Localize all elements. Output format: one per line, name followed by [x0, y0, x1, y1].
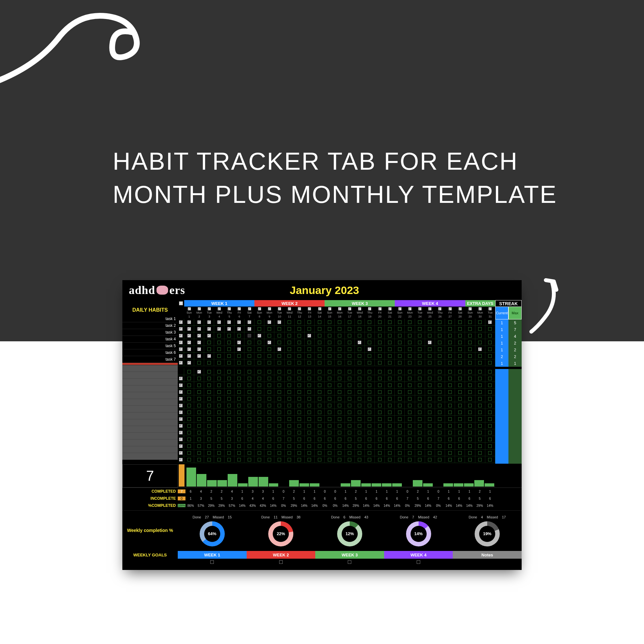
habit-day-cell[interactable]	[425, 382, 435, 389]
habit-day-cell[interactable]	[375, 346, 385, 353]
habit-day-cell[interactable]	[305, 450, 315, 456]
habit-day-cell[interactable]	[224, 346, 234, 353]
habit-day-cell[interactable]	[355, 443, 365, 450]
habit-day-cell[interactable]	[204, 375, 214, 382]
habit-day-cell[interactable]	[355, 409, 365, 416]
habit-day-cell[interactable]	[345, 395, 355, 402]
habit-day-cell[interactable]	[254, 359, 264, 366]
habit-label[interactable]: task 4	[122, 336, 178, 343]
habit-day-cell[interactable]	[184, 395, 194, 402]
habit-day-cell[interactable]	[365, 416, 375, 422]
habit-day-cell[interactable]	[425, 443, 435, 450]
habit-day-cell[interactable]	[465, 332, 475, 339]
habit-day-cell[interactable]	[375, 382, 385, 389]
row-all-checkbox[interactable]	[178, 319, 184, 326]
habit-day-cell[interactable]	[194, 319, 204, 326]
habit-day-cell[interactable]	[385, 326, 395, 332]
habit-day-cell[interactable]	[234, 368, 244, 375]
habit-day-cell[interactable]	[184, 436, 194, 443]
goal-week1-checkbox[interactable]	[178, 559, 247, 565]
habit-day-cell[interactable]	[285, 416, 295, 422]
habit-day-cell[interactable]	[405, 319, 415, 326]
habit-day-cell[interactable]	[305, 436, 315, 443]
row-all-checkbox[interactable]	[178, 436, 184, 443]
habit-day-cell[interactable]	[415, 359, 425, 366]
habit-day-cell[interactable]	[234, 353, 244, 359]
habit-day-cell[interactable]	[445, 339, 455, 346]
habit-day-cell[interactable]	[365, 382, 375, 389]
habit-day-cell[interactable]	[305, 429, 315, 436]
habit-day-cell[interactable]	[455, 339, 465, 346]
habit-day-cell[interactable]	[425, 395, 435, 402]
habit-day-cell[interactable]	[375, 456, 385, 463]
habit-day-cell[interactable]	[254, 353, 264, 359]
habit-day-cell[interactable]	[335, 395, 345, 402]
habit-day-cell[interactable]	[345, 389, 355, 395]
habit-day-cell[interactable]	[184, 450, 194, 456]
habit-day-cell[interactable]	[405, 429, 415, 436]
habit-day-cell[interactable]	[435, 416, 445, 422]
habit-day-cell[interactable]	[385, 395, 395, 402]
habit-day-cell[interactable]	[365, 443, 375, 450]
day-header-cell[interactable]: Sat7	[244, 307, 254, 319]
habit-day-cell[interactable]	[224, 429, 234, 436]
habit-day-cell[interactable]	[425, 375, 435, 382]
habit-day-cell[interactable]	[285, 443, 295, 450]
habit-day-cell[interactable]	[254, 382, 264, 389]
habit-day-cell[interactable]	[204, 456, 214, 463]
habit-day-cell[interactable]	[445, 409, 455, 416]
habit-day-cell[interactable]	[475, 389, 485, 395]
habit-day-cell[interactable]	[274, 353, 284, 359]
habit-day-cell[interactable]	[274, 368, 284, 375]
habit-day-cell[interactable]	[214, 450, 224, 456]
habit-label[interactable]: task 5	[122, 343, 178, 349]
habit-day-cell[interactable]	[415, 450, 425, 456]
habit-day-cell[interactable]	[395, 353, 405, 359]
habit-day-cell[interactable]	[224, 395, 234, 402]
habit-day-cell[interactable]	[475, 353, 485, 359]
habit-day-cell[interactable]	[395, 389, 405, 395]
row-all-checkbox[interactable]	[178, 409, 184, 416]
habit-day-cell[interactable]	[305, 402, 315, 409]
habit-day-cell[interactable]	[455, 443, 465, 450]
habit-day-cell[interactable]	[435, 409, 445, 416]
habit-day-cell[interactable]	[204, 436, 214, 443]
habit-day-cell[interactable]	[365, 353, 375, 359]
habit-day-cell[interactable]	[274, 382, 284, 389]
habit-day-cell[interactable]	[365, 409, 375, 416]
day-header-cell[interactable]: Wed25	[425, 307, 435, 319]
habit-day-cell[interactable]	[345, 382, 355, 389]
habit-day-cell[interactable]	[405, 375, 415, 382]
habit-day-cell[interactable]	[264, 353, 274, 359]
habit-day-cell[interactable]	[345, 436, 355, 443]
habit-day-cell[interactable]	[385, 443, 395, 450]
habit-day-cell[interactable]	[415, 346, 425, 353]
habit-day-cell[interactable]	[345, 443, 355, 450]
habit-empty-row[interactable]	[122, 379, 178, 385]
habit-empty-row[interactable]	[122, 433, 178, 440]
habit-day-cell[interactable]	[244, 382, 254, 389]
habit-day-cell[interactable]	[435, 429, 445, 436]
habit-day-cell[interactable]	[244, 353, 254, 359]
habit-day-cell[interactable]	[295, 319, 305, 326]
habit-day-cell[interactable]	[425, 359, 435, 366]
habit-day-cell[interactable]	[315, 402, 325, 409]
habit-day-cell[interactable]	[305, 389, 315, 395]
habit-day-cell[interactable]	[295, 416, 305, 422]
habit-day-cell[interactable]	[305, 409, 315, 416]
habit-day-cell[interactable]	[234, 402, 244, 409]
habit-day-cell[interactable]	[244, 319, 254, 326]
habit-day-cell[interactable]	[224, 319, 234, 326]
habit-day-cell[interactable]	[315, 429, 325, 436]
habit-day-cell[interactable]	[204, 422, 214, 429]
habit-day-cell[interactable]	[254, 346, 264, 353]
habit-day-cell[interactable]	[315, 375, 325, 382]
habit-day-cell[interactable]	[485, 368, 495, 375]
habit-day-cell[interactable]	[274, 395, 284, 402]
habit-day-cell[interactable]	[375, 339, 385, 346]
habit-day-cell[interactable]	[335, 319, 345, 326]
habit-day-cell[interactable]	[254, 326, 264, 332]
habit-day-cell[interactable]	[435, 339, 445, 346]
row-all-checkbox[interactable]	[178, 395, 184, 402]
habit-day-cell[interactable]	[325, 402, 335, 409]
